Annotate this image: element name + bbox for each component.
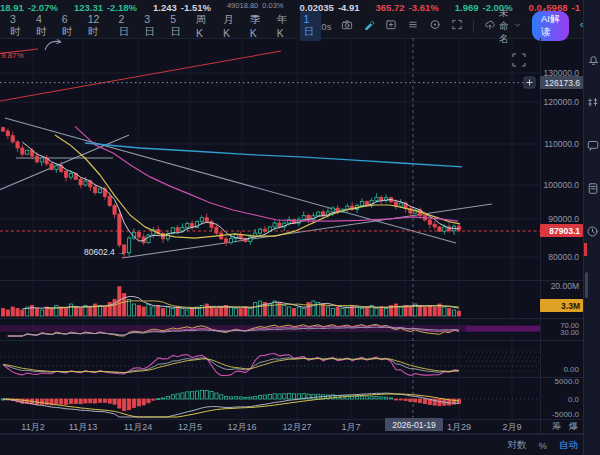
chip-chips-distribution[interactable]: 筹: [552, 420, 561, 433]
timeframe-3日[interactable]: 3日: [140, 11, 162, 41]
add-pane-icon[interactable]: [385, 19, 397, 33]
trendline-percent-label: 9.87%: [1, 51, 24, 60]
timeframe-月K[interactable]: 月K: [219, 11, 242, 41]
time-axis-label: 2月9: [502, 422, 521, 432]
crosshair-date-label: 2026-01-19: [385, 418, 443, 431]
time-axis-label: 11月24: [124, 422, 152, 432]
cloud-save-icon: [484, 19, 496, 33]
notification-badge: [584, 243, 587, 256]
price-axis-label: 110000.0: [544, 139, 579, 149]
timeframe-3时[interactable]: 3时: [6, 11, 28, 41]
ticker-item[interactable]: 49018.800.03%: [227, 1, 284, 10]
time-axis-label: 12月5: [178, 422, 202, 432]
current-volume-label: 3.3M: [540, 299, 583, 312]
current-price-label: 87903.1: [540, 224, 583, 237]
toolbar-icons: [341, 19, 463, 33]
trading-terminal: 18.91-2.07%123.31-2.18%1.243-1.51%49018.…: [0, 0, 600, 455]
macd-axis-label: -5000.0: [552, 410, 580, 419]
timeframe-年K[interactable]: 年K: [273, 11, 296, 41]
list-icon[interactable]: [407, 19, 419, 33]
chat-icon[interactable]: [586, 138, 599, 151]
volume-axis-label: 20.00M: [551, 281, 579, 291]
macd-axis-label: 0.0: [568, 395, 580, 404]
log-scale-toggle[interactable]: 对数: [508, 439, 527, 452]
time-axis-label: 1月7: [341, 422, 360, 432]
time-axis-label: 1月29: [447, 422, 471, 432]
time-axis-label: 12月16: [227, 422, 256, 432]
timeframe-group: 3时4时6时12时2日3日5日周K月K季K年K1日: [0, 11, 321, 41]
scale-options-bar: 对数 % 自动: [0, 434, 600, 455]
price-axis-label: 120000.0: [544, 97, 580, 107]
timeframe-季K[interactable]: 季K: [246, 11, 269, 41]
price-axis-label: 100000.0: [544, 180, 580, 190]
right-sidebar: [583, 0, 600, 455]
timeframe-2日[interactable]: 2日: [114, 11, 136, 41]
chip-liquidation[interactable]: 爆: [569, 420, 578, 433]
time-axis-label: 12月27: [282, 422, 311, 432]
timeframe-6时[interactable]: 6时: [58, 11, 80, 41]
alert-price-label[interactable]: 126173.6: [540, 76, 583, 89]
timeframe-4时[interactable]: 4时: [32, 11, 54, 41]
toolbar-divider: [473, 20, 474, 33]
target-icon[interactable]: [429, 19, 441, 33]
auto-scale-toggle[interactable]: 自动: [559, 439, 578, 452]
low-price-annotation: 80602.4 →: [84, 247, 126, 257]
clock-icon[interactable]: [586, 224, 599, 237]
band-axis-label: 30.00: [560, 328, 579, 337]
chart-toolbar: 3时4时6时12时2日3日5日周K月K季K年K1日 0s 未命名 AI解读: [0, 14, 600, 39]
price-axis-label: 90000.0: [548, 214, 579, 224]
fullscreen-icon[interactable]: [451, 19, 463, 33]
percent-scale-toggle[interactable]: %: [539, 440, 547, 451]
timeframe-周K[interactable]: 周K: [192, 11, 215, 41]
draw-icon[interactable]: [363, 19, 375, 33]
time-axis-label: 11月13: [69, 422, 97, 432]
scrollbar-thumb[interactable]: [585, 272, 588, 298]
chevron-down-icon: [513, 21, 522, 32]
alert-icon[interactable]: [586, 52, 599, 65]
timeframe-5日[interactable]: 5日: [166, 11, 188, 41]
osc-axis-label: 0.00: [563, 365, 579, 374]
price-axis-label: 80000.0: [548, 252, 579, 262]
note-icon[interactable]: [586, 181, 599, 194]
countdown-timer: 0s: [321, 21, 331, 32]
timeframe-1日[interactable]: 1日: [300, 11, 322, 41]
macd-axis-label: 5000.0: [555, 377, 580, 386]
ai-analysis-button[interactable]: AI解读: [532, 11, 569, 41]
kline-icon[interactable]: [586, 95, 599, 108]
camera-icon[interactable]: [341, 19, 353, 33]
timeframe-12时[interactable]: 12时: [84, 11, 111, 41]
time-axis-label: 11月2: [21, 422, 44, 432]
chart-canvas[interactable]: 130000.0120000.0110000.0100000.090000.08…: [0, 38, 600, 433]
overlay-chips: 筹 爆: [552, 420, 578, 433]
